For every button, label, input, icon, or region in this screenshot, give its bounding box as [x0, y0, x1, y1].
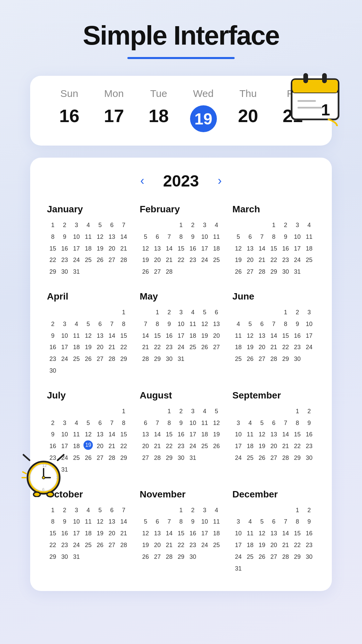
cal-cell[interactable]	[244, 307, 256, 318]
cal-cell[interactable]: 28	[118, 254, 129, 266]
cal-cell[interactable]: 26	[210, 440, 222, 452]
cal-cell[interactable]: 1	[47, 504, 59, 516]
day-number[interactable]: 16	[59, 105, 79, 126]
cal-cell[interactable]: 15	[268, 243, 280, 255]
cal-cell[interactable]: 14	[268, 330, 280, 342]
cal-cell[interactable]	[292, 563, 303, 575]
cal-cell[interactable]: 17	[199, 528, 210, 539]
cal-cell[interactable]	[244, 504, 256, 516]
day-number[interactable]: 18	[148, 105, 169, 126]
cal-cell[interactable]: 11	[70, 429, 82, 440]
cal-cell[interactable]: 21	[163, 254, 175, 266]
cal-cell[interactable]: 2	[175, 406, 187, 417]
cal-cell[interactable]: 3	[199, 504, 210, 516]
cal-cell[interactable]: 30	[303, 551, 315, 563]
cal-cell[interactable]	[118, 266, 129, 278]
cal-cell[interactable]: 28	[106, 353, 118, 365]
cal-cell[interactable]: 2	[47, 417, 59, 429]
cal-cell[interactable]: 21	[280, 440, 291, 452]
cal-cell[interactable]: 19	[256, 539, 268, 551]
cal-cell[interactable]	[244, 219, 256, 231]
cal-cell[interactable]: 12	[140, 528, 152, 539]
cal-cell[interactable]: 3	[175, 307, 187, 318]
cal-cell[interactable]	[268, 563, 280, 575]
cal-cell[interactable]: 31	[70, 266, 82, 278]
cal-cell[interactable]	[187, 353, 199, 365]
cal-cell[interactable]: 13	[94, 330, 106, 342]
cal-cell[interactable]: 17	[175, 330, 187, 342]
cal-cell[interactable]: 27	[140, 452, 152, 464]
cal-cell[interactable]	[82, 266, 94, 278]
cal-cell[interactable]	[199, 551, 210, 563]
cal-cell[interactable]: 18	[70, 341, 82, 353]
cal-cell[interactable]: 21	[140, 341, 152, 353]
cal-cell[interactable]: 13	[140, 429, 152, 440]
cal-cell[interactable]: 8	[152, 318, 163, 330]
cal-cell[interactable]	[256, 219, 268, 231]
cal-cell[interactable]: 6	[256, 318, 268, 330]
cal-cell[interactable]: 15	[163, 429, 175, 440]
cal-cell[interactable]	[232, 406, 244, 417]
cal-cell[interactable]: 14	[106, 429, 118, 440]
cal-cell[interactable]: 18	[303, 243, 315, 255]
cal-cell[interactable]: 7	[256, 231, 268, 243]
cal-cell[interactable]: 29	[152, 353, 163, 365]
cal-cell[interactable]: 14	[163, 528, 175, 539]
cal-cell[interactable]: 10	[70, 516, 82, 528]
cal-cell[interactable]: 27	[152, 266, 163, 278]
cal-cell[interactable]: 14	[106, 330, 118, 342]
cal-cell[interactable]	[210, 452, 222, 464]
cal-cell[interactable]: 1	[268, 219, 280, 231]
cal-cell[interactable]	[82, 406, 94, 417]
cal-cell[interactable]	[199, 353, 210, 365]
cal-cell[interactable]: 5	[256, 417, 268, 429]
cal-cell[interactable]: 17	[187, 429, 199, 440]
cal-cell[interactable]: 16	[280, 243, 291, 255]
cal-cell[interactable]: 17	[70, 528, 82, 539]
cal-cell[interactable]: 24	[303, 341, 315, 353]
cal-cell[interactable]	[82, 464, 94, 476]
cal-cell[interactable]: 25	[70, 452, 82, 464]
cal-cell[interactable]: 4	[244, 516, 256, 528]
cal-cell[interactable]: 20	[140, 440, 152, 452]
cal-cell[interactable]: 19	[140, 254, 152, 266]
cal-cell[interactable]: 15	[292, 528, 303, 539]
cal-cell[interactable]: 22	[292, 440, 303, 452]
cal-cell[interactable]: 20	[106, 528, 118, 539]
cal-cell[interactable]: 22	[47, 254, 59, 266]
cal-cell[interactable]: 28	[280, 452, 291, 464]
cal-cell[interactable]: 17	[232, 440, 244, 452]
cal-cell[interactable]: 8	[47, 231, 59, 243]
cal-cell[interactable]: 5	[82, 318, 94, 330]
cal-cell[interactable]: 18	[82, 528, 94, 539]
cal-cell[interactable]: 11	[232, 330, 244, 342]
cal-cell[interactable]: 28	[106, 452, 118, 464]
cal-cell[interactable]: 12	[94, 231, 106, 243]
cal-cell[interactable]: 23	[47, 353, 59, 365]
cal-cell[interactable]: 12	[256, 429, 268, 440]
cal-cell[interactable]	[232, 307, 244, 318]
cal-cell[interactable]: 1	[292, 406, 303, 417]
cal-cell[interactable]: 15	[47, 243, 59, 255]
cal-cell[interactable]: 3	[292, 219, 303, 231]
cal-cell[interactable]: 20	[244, 254, 256, 266]
cal-cell[interactable]: 19	[210, 429, 222, 440]
cal-cell[interactable]: 19	[94, 528, 106, 539]
cal-cell[interactable]	[59, 365, 70, 377]
cal-cell[interactable]: 16	[59, 243, 70, 255]
cal-cell[interactable]: 20	[94, 440, 106, 452]
cal-cell[interactable]: 25	[199, 440, 210, 452]
cal-cell[interactable]: 23	[163, 341, 175, 353]
cal-cell[interactable]: 7	[106, 417, 118, 429]
cal-cell[interactable]: 3	[199, 219, 210, 231]
day-col-tue[interactable]: Tue18	[136, 88, 181, 132]
cal-cell[interactable]: 8	[118, 318, 129, 330]
cal-cell[interactable]: 17	[59, 341, 70, 353]
cal-cell[interactable]: 6	[244, 231, 256, 243]
cal-cell[interactable]	[59, 307, 70, 318]
cal-cell[interactable]	[256, 563, 268, 575]
cal-cell[interactable]: 7	[140, 318, 152, 330]
cal-cell[interactable]	[140, 504, 152, 516]
cal-cell[interactable]: 7	[118, 219, 129, 231]
cal-cell[interactable]: 11	[187, 318, 199, 330]
